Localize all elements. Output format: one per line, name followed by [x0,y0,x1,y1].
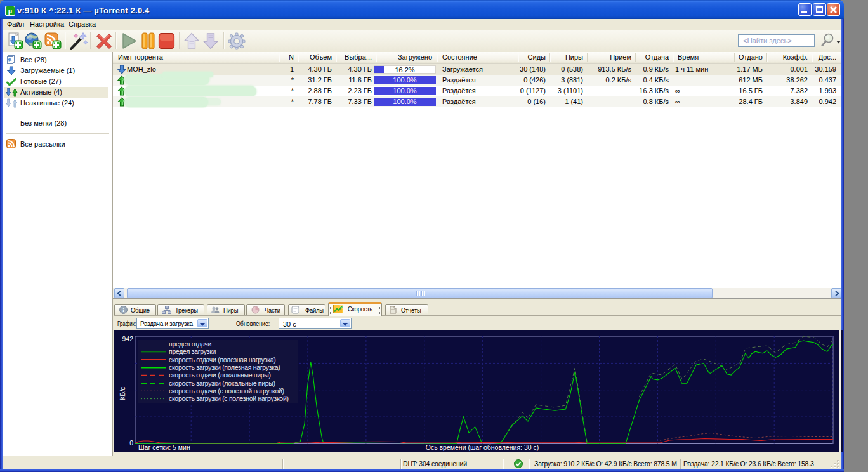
svg-text:Шаг сетки: 5 мин: Шаг сетки: 5 мин [138,443,190,451]
svg-text:предел загрузки: предел загрузки [169,348,216,355]
svg-text:КБ/с: КБ/с [119,386,126,400]
svg-text:предел отдачи: предел отдачи [169,340,211,348]
svg-text:скорость загрузки (с полезной: скорость загрузки (с полезной нагрузкой) [169,395,289,402]
svg-text:Ось времени (шаг обновления: 3: Ось времени (шаг обновления: 30 с) [426,443,539,451]
svg-text:скорость загрузки (локальные п: скорость загрузки (локальные пиры) [169,379,275,387]
svg-text:0: 0 [129,439,133,447]
svg-text:скорость отдачи (локальные пир: скорость отдачи (локальные пиры) [169,371,271,379]
svg-text:µ: µ [8,7,13,15]
svg-text:942: 942 [122,335,133,343]
svg-text:скорость отдачи (полезная нагр: скорость отдачи (полезная нагрузка) [169,356,275,364]
svg-text:скорость загрузки (полезная на: скорость загрузки (полезная нагрузка) [169,364,280,371]
svg-text:скорость отдачи (с полезной на: скорость отдачи (с полезной нагрузкой) [169,387,284,395]
